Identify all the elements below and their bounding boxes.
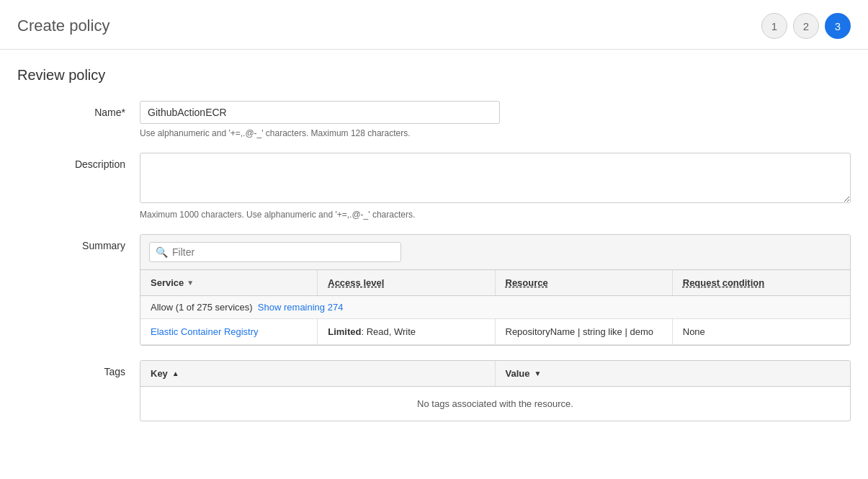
name-hint: Use alphanumeric and '+=,.@-_' character… <box>140 128 851 138</box>
step-indicators: 1 2 3 <box>761 13 851 39</box>
filter-input[interactable] <box>172 246 395 258</box>
show-remaining-link[interactable]: Show remaining 274 <box>258 302 344 313</box>
step-3[interactable]: 3 <box>825 13 851 39</box>
section-title: Review policy <box>17 67 851 84</box>
table-row: Elastic Container Registry Limited: Read… <box>140 319 850 345</box>
cell-resource: RepositoryName | string like | demo <box>496 319 673 344</box>
tags-label: Tags <box>17 360 140 421</box>
tags-col-value[interactable]: Value <box>496 361 851 386</box>
cell-access-level: Limited: Read, Write <box>318 319 495 344</box>
page-title: Create policy <box>17 17 109 35</box>
service-sort-icon: ▼ <box>187 279 194 287</box>
top-bar: Create policy 1 2 3 <box>0 0 868 50</box>
description-label: Description <box>17 153 140 220</box>
cell-request-condition: None <box>673 319 850 344</box>
table-header: Service ▼ Access level Resource Request … <box>140 270 850 296</box>
cell-service: Elastic Container Registry <box>140 319 318 344</box>
summary-container: 🔍 Service ▼ Access level Resource <box>140 234 851 346</box>
name-row: Name* Use alphanumeric and '+=,.@-_' cha… <box>17 101 851 138</box>
col-service[interactable]: Service ▼ <box>140 270 318 295</box>
col-access-level[interactable]: Access level <box>318 270 495 295</box>
tags-header: Key Value <box>140 361 850 387</box>
main-content: Review policy Name* Use alphanumeric and… <box>0 50 868 453</box>
search-icon: 🔍 <box>156 246 168 258</box>
tags-col-key[interactable]: Key <box>140 361 496 386</box>
description-field: Maximum 1000 characters. Use alphanumeri… <box>140 153 851 220</box>
col-resource[interactable]: Resource <box>496 270 673 295</box>
name-input[interactable] <box>140 101 500 124</box>
allow-row: Allow (1 of 275 services) Show remaining… <box>140 296 850 319</box>
no-tags-message: No tags associated with the resource. <box>140 387 850 421</box>
summary-label: Summary <box>17 234 140 346</box>
summary-row: Summary 🔍 Service ▼ Acces <box>17 234 851 346</box>
step-1[interactable]: 1 <box>761 13 787 39</box>
access-level-suffix: : Read, Write <box>361 326 416 337</box>
step-2[interactable]: 2 <box>793 13 819 39</box>
tags-container: Key Value No tags associated with the re… <box>140 360 851 421</box>
summary-field: 🔍 Service ▼ Access level Resource <box>140 234 851 346</box>
tags-row: Tags Key Value No tags associated with t… <box>17 360 851 421</box>
tags-field: Key Value No tags associated with the re… <box>140 360 851 421</box>
filter-input-wrapper[interactable]: 🔍 <box>149 242 401 262</box>
name-label: Name* <box>17 101 140 138</box>
filter-bar: 🔍 <box>140 235 850 270</box>
col-request-condition[interactable]: Request condition <box>673 270 850 295</box>
access-level-prefix: Limited <box>328 326 361 337</box>
name-field: Use alphanumeric and '+=,.@-_' character… <box>140 101 851 138</box>
description-hint: Maximum 1000 characters. Use alphanumeri… <box>140 210 851 220</box>
description-textarea[interactable] <box>140 153 851 203</box>
description-row: Description Maximum 1000 characters. Use… <box>17 153 851 220</box>
service-link[interactable]: Elastic Container Registry <box>151 326 259 337</box>
